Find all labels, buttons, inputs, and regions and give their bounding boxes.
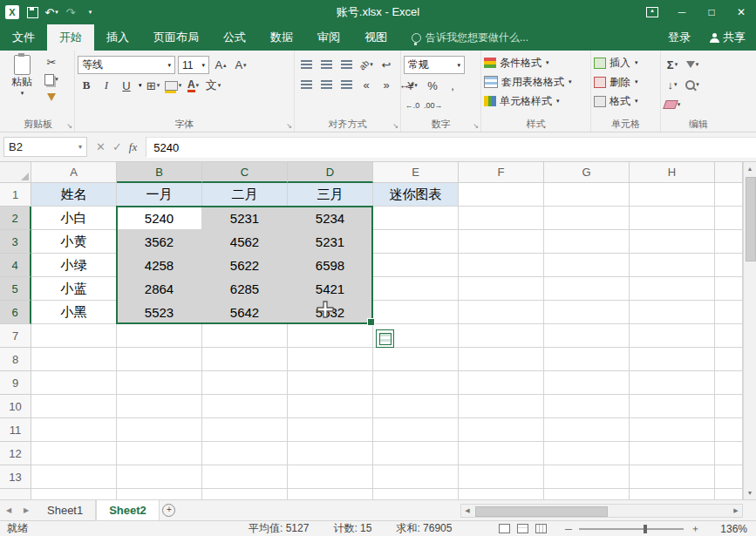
horizontal-scrollbar[interactable]: ◀ ▶ — [460, 504, 743, 518]
cell-B4[interactable]: 4258 — [117, 254, 202, 277]
align-bottom-button[interactable] — [337, 56, 355, 73]
wrap-text-button[interactable]: ↩ — [378, 56, 395, 73]
cell-G1[interactable] — [544, 183, 630, 207]
cell-E3[interactable] — [373, 230, 459, 254]
cell-partial-1[interactable] — [715, 183, 743, 207]
cell-H1[interactable] — [630, 183, 715, 207]
cell-F4[interactable] — [459, 254, 544, 277]
sheet-tab-sheet1[interactable]: Sheet1 — [35, 500, 96, 520]
accounting-format-button[interactable]: ¥▾ — [404, 77, 421, 94]
cell-A8[interactable] — [31, 348, 117, 371]
cell-F9[interactable] — [459, 371, 544, 395]
sheet-nav-right-icon[interactable]: ▶ — [17, 500, 35, 520]
cell-A3[interactable]: 小黄 — [31, 230, 117, 254]
row-header-4[interactable]: 4 — [0, 254, 31, 277]
cell-G10[interactable] — [544, 395, 630, 418]
cell-E13[interactable] — [373, 465, 459, 489]
font-dialog-launcher[interactable]: ↘ — [286, 122, 292, 130]
scroll-left-icon[interactable]: ◀ — [461, 505, 473, 517]
cell-H6[interactable] — [630, 301, 715, 324]
cell-B9[interactable] — [117, 371, 202, 395]
horizontal-scrollbar-thumb[interactable] — [475, 506, 608, 517]
cell-partial-6[interactable] — [715, 301, 743, 324]
row-header-6[interactable]: 6 — [0, 301, 31, 324]
row-header-9[interactable]: 9 — [0, 371, 31, 395]
cell-styles-button[interactable]: 单元格样式 ▾ — [484, 92, 588, 111]
cell-F6[interactable] — [459, 301, 544, 324]
align-center-button[interactable] — [317, 76, 335, 93]
increase-decimal-button[interactable]: ←.0 — [404, 97, 421, 114]
cell-partial-2[interactable] — [715, 207, 743, 230]
cell-bottom-partial-H[interactable] — [630, 489, 715, 499]
enter-icon[interactable]: ✓ — [112, 140, 122, 153]
copy-button[interactable]: ▾ — [43, 71, 60, 88]
cell-partial-9[interactable] — [715, 371, 743, 395]
grow-font-button[interactable]: A▴ — [212, 57, 229, 74]
tab-view[interactable]: 视图 — [352, 24, 399, 51]
cell-B6[interactable]: 5523 — [117, 301, 202, 324]
cell-bottom-partial-A[interactable] — [31, 489, 117, 499]
cell-D8[interactable] — [288, 348, 373, 371]
find-select-button[interactable]: ▾ — [684, 76, 701, 93]
cell-H5[interactable] — [630, 277, 715, 301]
cell-H8[interactable] — [630, 348, 715, 371]
cell-A12[interactable] — [31, 442, 117, 465]
cell-D11[interactable] — [288, 418, 373, 442]
tab-formulas[interactable]: 公式 — [211, 24, 258, 51]
cell-D3[interactable]: 5231 — [288, 230, 373, 254]
cell-A5[interactable]: 小蓝 — [31, 277, 117, 301]
row-header-partial[interactable] — [0, 489, 31, 499]
row-header-13[interactable]: 13 — [0, 465, 31, 489]
cell-E9[interactable] — [373, 371, 459, 395]
cell-F2[interactable] — [459, 207, 544, 230]
cell-C11[interactable] — [202, 418, 288, 442]
cell-partial-12[interactable] — [715, 442, 743, 465]
align-right-button[interactable] — [337, 76, 355, 93]
cell-C4[interactable]: 5622 — [202, 254, 288, 277]
cell-partial-7[interactable] — [715, 324, 743, 348]
fill-color-button[interactable]: ▾ — [165, 77, 182, 94]
sign-in-button[interactable]: 登录 — [659, 24, 699, 51]
cell-D7[interactable] — [288, 324, 373, 348]
ribbon-display-options-button[interactable]: ▴ — [637, 0, 667, 24]
cell-B11[interactable] — [117, 418, 202, 442]
col-header-H[interactable]: H — [630, 162, 715, 183]
row-header-10[interactable]: 10 — [0, 395, 31, 418]
cell-C8[interactable] — [202, 348, 288, 371]
alignment-dialog-launcher[interactable]: ↘ — [392, 122, 398, 130]
font-name-select[interactable]: 等线▾ — [78, 56, 175, 74]
share-button[interactable]: 共享 — [699, 24, 756, 51]
page-break-view-button[interactable] — [535, 524, 547, 533]
sheet-tab-sheet2[interactable]: Sheet2 — [96, 500, 160, 520]
col-header-D[interactable]: D — [288, 162, 373, 183]
row-header-11[interactable]: 11 — [0, 418, 31, 442]
cell-E6[interactable] — [373, 301, 459, 324]
zoom-out-button[interactable]: ─ — [565, 524, 572, 534]
cell-partial-3[interactable] — [715, 230, 743, 254]
cell-F13[interactable] — [459, 465, 544, 489]
cell-A13[interactable] — [31, 465, 117, 489]
font-size-select[interactable]: 11▾ — [178, 56, 209, 74]
scroll-down-icon[interactable]: ▼ — [744, 486, 756, 499]
cell-bottom-partial-B[interactable] — [117, 489, 202, 499]
sheet-nav-left-icon[interactable]: ◀ — [0, 500, 17, 520]
select-all-button[interactable] — [0, 162, 31, 183]
cell-A9[interactable] — [31, 371, 117, 395]
tab-home[interactable]: 开始 — [47, 24, 94, 51]
delete-cells-button[interactable]: 删除 ▾ — [594, 72, 657, 92]
cell-B10[interactable] — [117, 395, 202, 418]
cell-E1[interactable]: 迷你图表 — [373, 183, 459, 207]
cell-C6[interactable]: 5642 — [202, 301, 288, 324]
bold-button[interactable]: B — [78, 77, 95, 94]
cell-A11[interactable] — [31, 418, 117, 442]
row-header-2[interactable]: 2 — [0, 207, 31, 230]
cell-G3[interactable] — [544, 230, 630, 254]
format-as-table-button[interactable]: 套用表格格式 ▾ — [484, 72, 588, 92]
cell-D9[interactable] — [288, 371, 373, 395]
col-header-partial[interactable] — [715, 162, 743, 183]
cell-G8[interactable] — [544, 348, 630, 371]
font-color-button[interactable]: A▾ — [185, 77, 202, 94]
italic-button[interactable]: I — [98, 77, 115, 94]
cell-C12[interactable] — [202, 442, 288, 465]
vertical-scrollbar[interactable]: ▲ ▼ — [743, 162, 756, 499]
